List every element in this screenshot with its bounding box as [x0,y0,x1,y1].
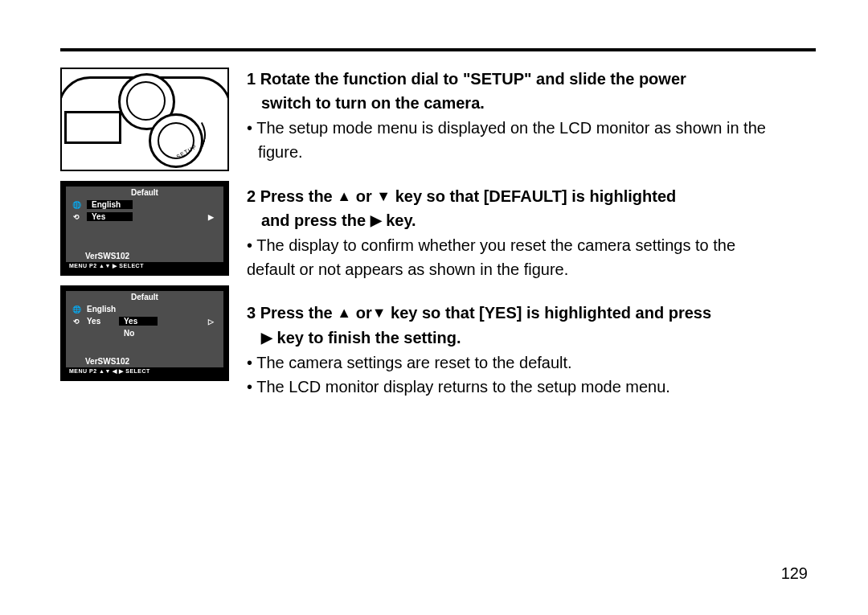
step2-heading-line2: and press the ▶ key. [261,209,816,232]
step2-bullet-line1: • The display to confirm whether you res… [247,234,816,256]
manual-page: SETUP Default 🌐 English ⟲ Yes ▶ [0,0,868,615]
lcd-screenshot-1: Default 🌐 English ⟲ Yes ▶ VerSWS102 MENU… [60,181,229,276]
step-1: 1 Rotate the function dial to "SETUP" an… [247,68,816,164]
left-column: SETUP Default 🌐 English ⟲ Yes ▶ [60,68,229,381]
page-number: 129 [781,564,808,583]
lcd1-footer: MENU P2 ▲▼ ▶ SELECT [66,262,223,270]
globe-icon: 🌐 [69,201,84,209]
step1-heading-line1: 1 Rotate the function dial to "SETUP" an… [247,68,816,90]
camera-diagram: SETUP [60,68,229,171]
step3-heading-line2: ▶ key to finish the setting. [261,326,816,350]
step3-bullet2: • The LCD monitor display returns to the… [247,375,816,398]
content-row: SETUP Default 🌐 English ⟲ Yes ▶ [60,68,816,419]
step2-bullet-line2: default or not appears as shown in the f… [247,258,816,281]
lcd1-version: VerSWS102 [66,245,223,262]
triangle-right-hollow-icon: ▷ [208,318,220,326]
triangle-down-icon: ▼ [376,187,391,207]
triangle-down-icon: ▼ [372,303,387,324]
lcd2-opt-yes: Yes [119,317,158,326]
globe-icon: 🌐 [69,305,84,314]
lcd2-yes: Yes [87,317,116,326]
step1-heading-line2: switch to turn on the camera. [261,92,816,114]
triangle-right-icon: ▶ [371,211,382,232]
lcd2-opt-no: No [119,329,139,338]
lcd2-english: English [87,305,116,314]
step2-heading-line1: 2 Press the ▲ or ▼ key so that [DEFAULT]… [247,185,816,208]
step1-bullet-line2: figure. [258,141,816,163]
lcd2-footer: MENU P2 ▲▼ ◀ ▶ SELECT [66,367,223,375]
lcd1-english: English [87,200,133,209]
lcd-screenshot-2: Default 🌐 English ⟲ Yes Yes ▷ No [60,285,229,381]
instructions-column: 1 Rotate the function dial to "SETUP" an… [247,68,816,419]
triangle-up-icon: ▲ [337,303,351,324]
triangle-right-icon: ▶ [208,213,220,221]
step3-bullet1: • The camera settings are reset to the d… [247,351,816,374]
step3-heading-line1: 3 Press the ▲ or▼ key so that [YES] is h… [247,301,816,325]
lcd1-yes: Yes [87,212,133,221]
lcd2-title: Default [66,291,223,303]
lcd1-title: Default [66,187,223,199]
triangle-up-icon: ▲ [337,187,351,207]
lcd2-version: VerSWS102 [66,351,223,367]
step1-bullet-line1: • The setup mode menu is displayed on th… [247,117,816,139]
reset-icon: ⟲ [69,318,84,326]
step-3: 3 Press the ▲ or▼ key so that [YES] is h… [247,301,816,398]
top-divider [60,48,816,51]
triangle-right-icon: ▶ [261,328,272,349]
reset-icon: ⟲ [69,213,84,221]
step-2: 2 Press the ▲ or ▼ key so that [DEFAULT]… [247,185,816,281]
